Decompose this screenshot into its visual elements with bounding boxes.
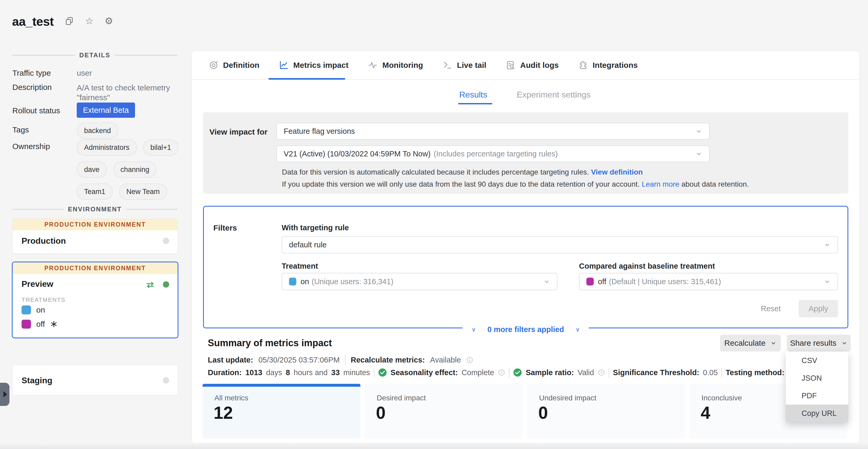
ownership-label: Ownership — [12, 142, 50, 151]
version-select[interactable]: V21 (Active) (10/03/2022 04:59PM To Now)… — [276, 145, 710, 162]
chevron-down-icon — [695, 150, 702, 157]
owner-chip[interactable]: channing — [113, 161, 157, 178]
reset-button[interactable]: Reset — [761, 304, 781, 313]
owner-chip[interactable]: dave — [77, 161, 107, 178]
more-filters-toggle[interactable]: ∨ 0 more filters applied ∨ — [463, 325, 589, 334]
targeting-rule-label: With targeting rule — [282, 223, 349, 232]
summary-meta-line-2: Duration: 1013days 8hours and 33minutes … — [208, 367, 802, 378]
view-impact-label: View impact for — [209, 127, 268, 137]
tab-definition[interactable]: Definition — [209, 60, 259, 70]
info-icon[interactable] — [466, 356, 473, 364]
treatment-select[interactable]: on (Unique users: 316,341) — [282, 273, 557, 290]
production-environment-banner: PRODUCTION ENVIRONMENT — [12, 262, 178, 274]
chevron-down-icon — [770, 340, 777, 346]
learn-more-link[interactable]: Learn more — [642, 180, 679, 188]
apply-button[interactable]: Apply — [799, 300, 838, 317]
active-subtab-underline — [458, 103, 492, 104]
version-type-select[interactable]: Feature flag versions — [276, 123, 710, 140]
treatment-color-swatch — [22, 305, 31, 315]
sample-ratio-value: Valid — [578, 368, 594, 377]
view-impact-panel: View impact for Feature flag versions V2… — [203, 112, 848, 194]
active-tab-underline — [269, 78, 345, 80]
production-environment-banner: PRODUCTION ENVIRONMENT — [12, 219, 178, 230]
swap-treatments-icon[interactable] — [145, 281, 156, 289]
bottom-shade — [0, 443, 868, 449]
share-menu-item-csv[interactable]: CSV — [786, 352, 848, 369]
seasonality-value: Complete — [462, 368, 494, 377]
view-definition-link[interactable]: View definition — [591, 168, 643, 176]
recalculate-button[interactable]: Recalculate — [720, 335, 781, 352]
baseline-color-swatch — [586, 278, 594, 286]
last-update-label: Last update: — [208, 356, 253, 364]
flag-tabbar: Definition Metrics impact Monitoring — [192, 51, 859, 80]
owner-chip[interactable]: Administrators — [77, 139, 137, 156]
app-root: aa_test ☆ ⚙ DETAILS Traffic type user De… — [0, 0, 868, 449]
owners-row-3: Team1 New Team — [77, 183, 167, 200]
flag-detail-panel: Definition Metrics impact Monitoring — [191, 51, 860, 444]
pulse-icon — [368, 60, 378, 70]
environment-card-staging[interactable]: Staging — [12, 365, 178, 395]
tab-integrations[interactable]: Integrations — [578, 60, 638, 70]
check-circle-icon — [378, 368, 387, 377]
treatment-row-off: off — [22, 320, 58, 329]
share-menu-item-json[interactable]: JSON — [786, 369, 848, 387]
copy-icon[interactable] — [65, 16, 74, 26]
seasonality-label: Seasonality effect: — [391, 368, 458, 377]
description-label: Description — [12, 83, 52, 92]
divider — [374, 367, 374, 378]
rollout-status-badge[interactable]: External Beta — [77, 102, 135, 118]
terminal-icon — [442, 60, 453, 70]
tab-metrics-impact[interactable]: Metrics impact — [279, 60, 348, 70]
check-circle-icon — [513, 368, 522, 377]
environment-name: Production — [22, 236, 66, 246]
subtab-results[interactable]: Results — [459, 90, 487, 100]
chevron-down-icon — [543, 278, 550, 285]
tag-chip[interactable]: backend — [77, 122, 118, 139]
title-actions: ☆ ⚙ — [65, 16, 113, 26]
tab-audit-logs[interactable]: Audit logs — [506, 60, 559, 70]
environment-card-preview[interactable]: PRODUCTION ENVIRONMENT Preview TREATMENT… — [12, 262, 178, 338]
owner-chip[interactable]: New Team — [119, 183, 167, 200]
gear-icon[interactable]: ⚙ — [104, 16, 113, 26]
share-menu-item-copy-url[interactable]: Copy URL — [786, 405, 848, 422]
baseline-label: Compared against baseline treatment — [579, 262, 715, 270]
recalc-metrics-label: Recalculate metrics: — [351, 356, 425, 364]
subtab-experiment-settings[interactable]: Experiment settings — [517, 90, 591, 100]
metric-card-all-metrics[interactable]: All metrics 12 — [203, 384, 361, 439]
rollout-status-label: Rollout status — [12, 106, 60, 115]
filters-label: Filters — [213, 223, 237, 232]
last-update-value: 05/30/2025 03:57:06PM — [258, 356, 340, 364]
divider — [609, 367, 609, 378]
details-section-heading: DETAILS — [12, 52, 177, 59]
metric-card-desired-impact[interactable]: Desired impact 0 — [365, 384, 523, 439]
owner-chip[interactable]: bilal+1 — [143, 139, 179, 156]
tab-monitoring[interactable]: Monitoring — [368, 60, 423, 70]
metric-card-undesired-impact[interactable]: Undesired impact 0 — [527, 384, 685, 439]
chevron-down-icon — [841, 340, 847, 346]
help-icon[interactable]: ? — [598, 369, 605, 376]
treatment-color-swatch — [289, 278, 296, 286]
baseline-select[interactable]: off (Default | Unique users: 315,461) — [579, 273, 838, 290]
version-help-text-2: If you update this version we will only … — [282, 180, 749, 188]
tab-live-tail[interactable]: Live tail — [442, 60, 486, 70]
target-icon — [209, 60, 219, 70]
default-treatment-asterisk-icon — [50, 321, 58, 328]
star-icon[interactable]: ☆ — [85, 16, 94, 26]
help-icon[interactable]: ? — [498, 369, 505, 376]
traffic-type-value: user — [77, 69, 92, 78]
owner-chip[interactable]: Team1 — [77, 183, 113, 200]
treatment-label: Treatment — [282, 262, 318, 270]
sidebar-collapse-handle[interactable] — [0, 383, 9, 406]
targeting-rule-select[interactable]: default rule — [282, 236, 838, 253]
divider — [721, 367, 722, 378]
recalc-metrics-value: Available — [430, 356, 461, 364]
description-value: A/A test to check telemetry "fairness" — [77, 83, 179, 102]
environment-card-production[interactable]: PRODUCTION ENVIRONMENT Production — [12, 218, 178, 254]
share-results-menu: CSV JSON PDF Copy URL — [786, 352, 848, 422]
share-results-button[interactable]: Share results — [787, 335, 851, 352]
share-menu-item-pdf[interactable]: PDF — [786, 387, 848, 405]
summary-meta-line-1: Last update: 05/30/2025 03:57:06PM Recal… — [208, 355, 473, 365]
treatment-color-swatch — [22, 320, 31, 329]
svg-text:?: ? — [600, 371, 602, 375]
chevron-down-icon: ∨ — [576, 326, 580, 333]
